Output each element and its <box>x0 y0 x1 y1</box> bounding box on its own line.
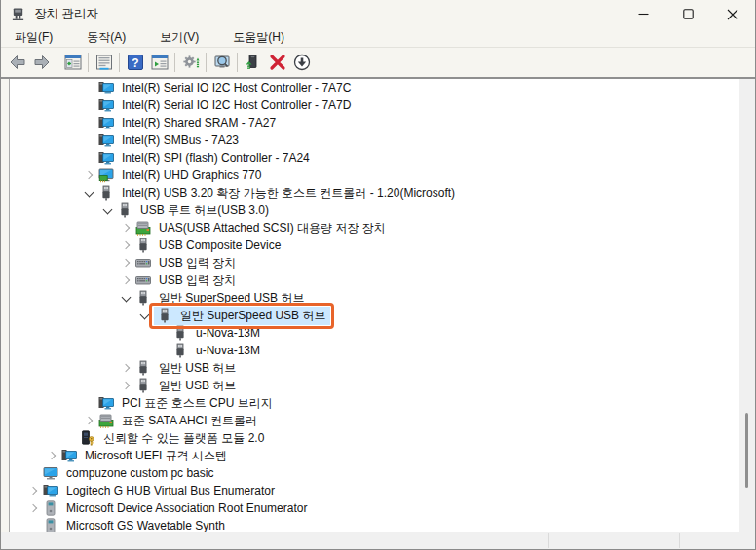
tree-item[interactable]: Intel(R) Shared SRAM - 7A27 <box>10 114 739 131</box>
back-button[interactable] <box>5 51 29 74</box>
close-button[interactable] <box>710 0 755 28</box>
software-device-icon <box>43 518 58 532</box>
update-driver-icon <box>181 53 201 72</box>
chevron-collapsed-icon[interactable] <box>81 167 98 183</box>
chevron-collapsed-icon[interactable] <box>44 448 61 463</box>
chevron-expanded-icon[interactable] <box>99 202 117 218</box>
tree-item[interactable]: Intel(R) SMBus - 7A23 <box>10 131 739 149</box>
usb-icon <box>172 325 188 341</box>
update-device-driver-button[interactable] <box>241 51 265 74</box>
toolbar-separator <box>57 53 57 72</box>
tree-item[interactable]: USB 입력 장치 <box>10 272 739 289</box>
tree-item[interactable]: 일반 SuperSpeed USB 허브 <box>10 289 739 307</box>
system-device-icon <box>98 395 114 411</box>
system-device-icon <box>98 132 114 148</box>
tree-item[interactable]: Microsoft Device Association Root Enumer… <box>10 499 739 517</box>
toolbar-separator <box>237 53 238 72</box>
chevron-none <box>155 343 172 358</box>
properties-icon <box>94 53 114 72</box>
scrollbar-thumb[interactable] <box>745 413 748 488</box>
chevron-none <box>81 80 98 95</box>
chevron-none <box>81 115 98 130</box>
update-device-driver-icon <box>244 53 263 72</box>
usb-icon <box>98 185 114 201</box>
chevron-none <box>81 132 98 148</box>
hid-keyboard-icon <box>135 255 151 271</box>
tree-item[interactable]: Intel(R) SPI (flash) Controller - 7A24 <box>10 149 739 166</box>
chevron-expanded-icon[interactable] <box>118 290 135 306</box>
device-tree: Intel(R) Serial IO I2C Host Controller -… <box>10 79 739 532</box>
uninstall-device-button[interactable] <box>265 51 289 74</box>
back-icon <box>8 53 27 72</box>
chevron-expanded-icon[interactable] <box>136 308 154 323</box>
tree-item[interactable]: 일반 USB 허브 <box>10 359 739 377</box>
properties-button[interactable] <box>92 51 116 74</box>
display-adapter-icon <box>98 167 114 183</box>
tree-item[interactable]: Logitech G HUB Virtual Bus Enumerator <box>10 482 739 499</box>
maximize-button[interactable] <box>665 0 710 28</box>
selection-highlight-annotated: 일반 SuperSpeed USB 허브 <box>154 307 330 325</box>
action-pane-button[interactable] <box>147 51 171 74</box>
show-console-tree-button[interactable] <box>60 51 85 74</box>
hid-keyboard-icon <box>135 273 151 288</box>
tree-item[interactable]: compuzone custom pc basic <box>10 464 739 482</box>
usb-icon <box>157 308 172 323</box>
toolbar-separator <box>206 53 207 72</box>
tree-item[interactable]: USB Composite Device <box>10 237 739 254</box>
menu-action[interactable]: 동작(A) <box>78 28 134 47</box>
tree-item[interactable]: Microsoft GS Wavetable Synth <box>10 517 739 532</box>
scan-hardware-changes-button[interactable] <box>209 51 234 74</box>
status-bar <box>1 532 755 549</box>
chevron-collapsed-icon[interactable] <box>118 360 135 376</box>
usb-icon <box>135 360 151 376</box>
forward-button[interactable] <box>29 51 54 74</box>
security-tpm-icon <box>80 430 95 446</box>
tree-item[interactable]: Intel(R) UHD Graphics 770 <box>10 166 739 184</box>
status-bar-separator <box>548 533 549 548</box>
menu-file[interactable]: 파일(F) <box>6 28 61 47</box>
scan-hardware-changes-icon <box>212 53 232 72</box>
software-device-icon <box>43 500 58 516</box>
menu-view[interactable]: 보기(V) <box>151 28 208 47</box>
tree-item[interactable]: USB 입력 장치 <box>10 254 739 272</box>
chevron-collapsed-icon[interactable] <box>118 238 135 253</box>
update-driver-button[interactable] <box>178 51 203 74</box>
help-button[interactable] <box>123 51 147 74</box>
menu-help[interactable]: 도움말(H) <box>224 28 293 47</box>
chevron-collapsed-icon[interactable] <box>81 413 98 428</box>
device-manager-window: 장치 관리자 파일(F) 동작(A) 보기(V) 도움말(H) <box>0 0 756 550</box>
chevron-collapsed-icon[interactable] <box>118 255 135 271</box>
tree-item[interactable]: 신뢰할 수 있는 플랫폼 모듈 2.0 <box>10 429 739 447</box>
tree-item[interactable]: Intel(R) USB 3.20 확장 가능한 호스트 컨트롤러 - 1.20… <box>10 184 739 202</box>
chevron-collapsed-icon[interactable] <box>25 500 43 516</box>
tree-item[interactable]: 표준 SATA AHCI 컨트롤러 <box>10 412 739 429</box>
tree-item[interactable]: USB 루트 허브(USB 3.0) <box>10 202 739 219</box>
tree-item[interactable]: 일반 USB 허브 <box>10 377 739 394</box>
toolbar-separator <box>88 53 89 72</box>
chevron-collapsed-icon[interactable] <box>25 483 43 498</box>
disable-device-button[interactable] <box>289 51 314 74</box>
device-manager-app-icon <box>11 7 25 21</box>
tree-item[interactable]: u-Nova-13M <box>10 324 739 342</box>
window-title: 장치 관리자 <box>34 6 98 22</box>
chevron-none <box>81 97 98 113</box>
usb-icon <box>135 290 151 306</box>
system-device-icon <box>98 150 114 165</box>
chevron-none <box>25 518 43 532</box>
system-device-icon <box>61 448 77 463</box>
chevron-collapsed-icon[interactable] <box>118 273 135 288</box>
tree-item[interactable]: PCI 표준 호스트 CPU 브리지 <box>10 394 739 412</box>
tree-item[interactable]: Microsoft UEFI 규격 시스템 <box>10 447 739 464</box>
tree-item[interactable]: Intel(R) Serial IO I2C Host Controller -… <box>10 79 739 96</box>
vertical-scrollbar[interactable] <box>739 79 755 532</box>
tree-item[interactable]: UAS(USB Attached SCSI) 대용량 저장 장치 <box>10 219 739 237</box>
chevron-none <box>81 150 98 165</box>
chevron-expanded-icon[interactable] <box>81 185 98 201</box>
chevron-collapsed-icon[interactable] <box>118 378 135 393</box>
status-bar-separator <box>679 533 680 548</box>
minimize-button[interactable] <box>621 0 665 28</box>
tree-item-selected[interactable]: 일반 SuperSpeed USB 허브 <box>10 307 739 324</box>
chevron-collapsed-icon[interactable] <box>118 220 135 236</box>
tree-item[interactable]: u-Nova-13M <box>10 342 739 359</box>
tree-item[interactable]: Intel(R) Serial IO I2C Host Controller -… <box>10 96 739 114</box>
